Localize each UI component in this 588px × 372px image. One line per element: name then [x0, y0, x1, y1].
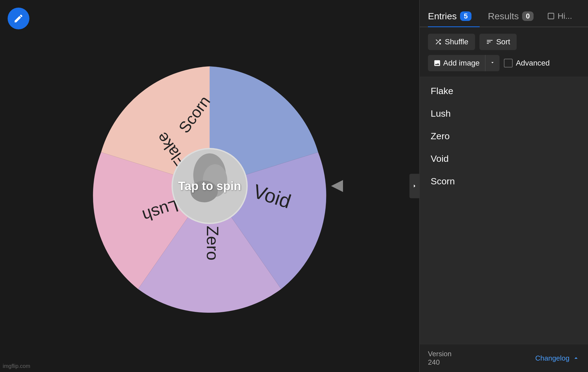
toolbar-row-1: Shuffle Sort	[428, 34, 580, 50]
hide-label: Hi...	[558, 11, 572, 21]
sort-icon	[486, 38, 494, 46]
entry-item-void[interactable]: Void	[422, 147, 585, 170]
checkbox-icon	[547, 12, 555, 20]
advanced-button[interactable]: Advanced	[504, 59, 550, 67]
pencil-icon	[13, 13, 24, 24]
shuffle-button[interactable]: Shuffle	[428, 34, 475, 50]
entry-item-lush[interactable]: Lush	[422, 102, 585, 125]
shuffle-icon	[434, 38, 442, 46]
center-overlay	[173, 149, 246, 223]
version-label: Version	[428, 350, 452, 358]
label-zero: Zero	[203, 226, 222, 260]
entry-item-flake[interactable]: Flake	[422, 80, 585, 102]
shuffle-label: Shuffle	[445, 38, 468, 46]
tab-results-label: Results	[488, 11, 519, 21]
tab-results-badge: 0	[522, 11, 534, 21]
panel-collapse-chevron[interactable]	[409, 174, 419, 198]
tab-entries-label: Entries	[428, 11, 457, 21]
add-image-label: Add image	[443, 59, 480, 67]
tabs: Entries 5 Results 0 Hi...	[428, 5, 580, 27]
tab-entries[interactable]: Entries 5	[428, 5, 480, 27]
panel-header: Entries 5 Results 0 Hi...	[420, 0, 588, 27]
sort-button[interactable]: Sort	[479, 34, 517, 50]
version-number: 240	[428, 358, 452, 367]
image-icon	[433, 59, 441, 67]
changelog-link[interactable]: Changelog	[535, 354, 569, 362]
toolbar-row-2: Add image Advanced	[428, 55, 580, 71]
add-image-group: Add image	[428, 55, 500, 71]
advanced-checkbox	[504, 59, 513, 67]
chevron-right-icon	[411, 183, 417, 189]
chevron-down-icon	[490, 60, 495, 65]
watermark: imgflip.com	[3, 363, 30, 369]
version-footer: Version 240 Changelog	[420, 344, 588, 372]
toolbar: Shuffle Sort Add image	[420, 27, 588, 77]
entry-list: Flake Lush Zero Void Scorn	[420, 77, 588, 344]
entry-item-scorn[interactable]: Scorn	[422, 170, 585, 193]
right-panel: Entries 5 Results 0 Hi... Shuffle	[419, 0, 588, 372]
version-info: Version 240	[428, 350, 452, 367]
wheel-container[interactable]: Scorn Void Zero Lush Flake Tap to spin	[79, 55, 340, 317]
changelog-row: Changelog	[535, 354, 580, 362]
entry-item-zero[interactable]: Zero	[422, 125, 585, 147]
tab-results[interactable]: Results 0	[488, 5, 542, 27]
add-image-dropdown-button[interactable]	[485, 55, 500, 71]
chevron-up-icon	[572, 354, 580, 362]
edit-button[interactable]	[8, 8, 29, 29]
svg-rect-0	[548, 13, 554, 19]
wheel-pointer	[331, 180, 343, 192]
wheel-area: Scorn Void Zero Lush Flake Tap to spin i…	[0, 0, 419, 372]
spin-wheel[interactable]: Scorn Void Zero Lush Flake	[79, 55, 340, 317]
sort-label: Sort	[496, 38, 510, 46]
advanced-label: Advanced	[516, 59, 550, 67]
add-image-button[interactable]: Add image	[428, 55, 485, 71]
tab-hide[interactable]: Hi...	[547, 11, 572, 21]
tab-entries-badge: 5	[460, 11, 471, 21]
